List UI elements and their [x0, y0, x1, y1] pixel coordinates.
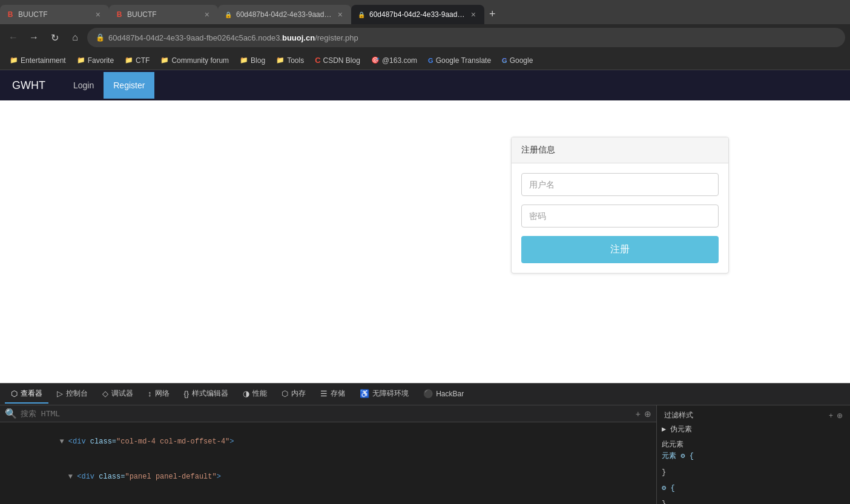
html-line-3: <div class="panel-heading">注册信息</div> — [5, 494, 651, 504]
bookmarks-bar: 📁 Entertainment 📁 Favorite 📁 CTF 📁 Commu… — [0, 51, 850, 70]
filter-header: 过滤样式 + ⊕ — [662, 408, 845, 423]
search-tools: + ⊕ — [636, 409, 651, 419]
storage-label: 存储 — [331, 388, 345, 399]
style-sub-close: } — [662, 497, 845, 504]
filter-title: 过滤样式 — [664, 410, 693, 421]
bookmark-blog[interactable]: 📁 Blog — [235, 55, 270, 66]
tab-3-close[interactable]: × — [335, 8, 345, 21]
tab-1[interactable]: B BUUCTF × — [0, 5, 109, 24]
forward-button[interactable]: → — [25, 29, 42, 46]
panel-body: 注册 — [512, 163, 728, 273]
devtools-inspect-btn[interactable]: ⬡ 查看器 — [5, 385, 48, 404]
bookmark-label: Favorite — [88, 56, 114, 65]
pseudo-toggle[interactable]: ▶ 伪元素 — [662, 425, 692, 433]
memory-icon: ⬡ — [282, 389, 288, 398]
reload-button[interactable]: ↻ — [46, 29, 63, 46]
filter-icon-1[interactable]: + — [829, 411, 833, 420]
access-icon: ♿ — [360, 389, 369, 398]
bookmark-google-icon: G — [502, 57, 507, 64]
devtools-hackbar-tab[interactable]: ⚫ HackBar — [417, 385, 470, 403]
style-sub-brace: } — [662, 500, 666, 504]
console-label: 控制台 — [66, 388, 88, 399]
add-node-btn[interactable]: + — [636, 409, 641, 419]
username-input[interactable] — [521, 173, 719, 196]
filter-icons: + ⊕ — [829, 411, 843, 420]
debugger-label: 调试器 — [111, 388, 133, 399]
bookmark-folder-icon: 📁 — [77, 56, 85, 64]
tab-1-title: BUUCTF — [18, 10, 90, 19]
bookmark-folder-icon: 📁 — [125, 56, 133, 64]
html-tree: ▼ <div class="col-md-4 col-md-offset-4">… — [0, 422, 656, 504]
devtools-style-editor-tab[interactable]: {} 样式编辑器 — [178, 385, 235, 404]
devtools-debugger-tab[interactable]: ◇ 调试器 — [96, 385, 139, 404]
address-pre: 60d487b4-04d2-4e33-9aad-fbe0264c5ac6.nod… — [108, 33, 282, 42]
nav-register-link[interactable]: Register — [104, 72, 154, 99]
tab-2[interactable]: B BUUCTF × — [109, 5, 218, 24]
style-element-label: 元素 ⚙ { — [662, 452, 694, 460]
tab-3-favicon: 🔒 — [224, 10, 232, 19]
browser-window: B BUUCTF × B BUUCTF × 🔒 60d487b4-04d2-4e… — [0, 0, 850, 504]
perf-icon: ◑ — [243, 389, 249, 398]
site-logo: GWHT — [12, 79, 45, 92]
bookmark-community[interactable]: 📁 Community forum — [156, 55, 234, 66]
bookmark-google-translate[interactable]: G Google Translate — [423, 55, 496, 66]
styles-panel: 过滤样式 + ⊕ ▶ 伪元素 此元素 元素 ⚙ { } — [656, 405, 850, 504]
new-tab-button[interactable]: + — [484, 8, 501, 21]
perf-label: 性能 — [252, 388, 267, 399]
bookmark-163[interactable]: 🎯 @163.com — [366, 55, 422, 66]
page-content: GWHT Login Register 注册信息 注册 — [0, 70, 850, 383]
bookmark-tools[interactable]: 📁 Tools — [271, 55, 309, 66]
bookmark-folder-icon: 📁 — [160, 56, 169, 64]
tab-2-close[interactable]: × — [202, 8, 212, 21]
html-panel: 🔍 + ⊕ ▼ <div class="col-md-4 col-md-offs… — [0, 405, 656, 504]
devtools-console-tab[interactable]: ▷ 控制台 — [51, 385, 94, 404]
bookmark-label: Google Translate — [436, 56, 491, 65]
devtools-content: 🔍 + ⊕ ▼ <div class="col-md-4 col-md-offs… — [0, 405, 850, 504]
tab-2-title: BUUCTF — [127, 10, 199, 19]
bookmark-ctf[interactable]: 📁 CTF — [120, 55, 154, 66]
storage-icon: ☰ — [320, 389, 328, 398]
home-button[interactable]: ⌂ — [67, 29, 84, 46]
bookmark-csdn-icon: C — [315, 56, 320, 65]
bookmark-google[interactable]: G Google — [497, 55, 538, 66]
devtools-panel: ⬡ 查看器 ▷ 控制台 ◇ 调试器 ↕ 网络 {} 样式编辑器 ◑ 性 — [0, 383, 850, 504]
bookmark-label: Blog — [251, 56, 265, 65]
tab-4[interactable]: 🔒 60d487b4-04d2-4e33-9aad-fbe... × — [351, 5, 484, 24]
tab-1-favicon: B — [6, 10, 15, 19]
element-section: 此元素 — [662, 438, 845, 450]
console-icon: ▷ — [57, 389, 63, 398]
debugger-icon: ◇ — [102, 389, 108, 398]
bookmark-csdn[interactable]: C CSDN Blog — [310, 54, 365, 66]
tab-2-favicon: B — [115, 10, 124, 19]
bookmark-label: CTF — [136, 56, 150, 65]
html-search-bar: 🔍 + ⊕ — [0, 405, 656, 422]
style-editor-label: 样式编辑器 — [192, 388, 228, 399]
devtools-tab-bar: ⬡ 查看器 ▷ 控制台 ◇ 调试器 ↕ 网络 {} 样式编辑器 ◑ 性 — [0, 384, 850, 405]
hackbar-label: HackBar — [436, 390, 464, 398]
devtools-access-tab[interactable]: ♿ 无障碍环境 — [354, 385, 415, 404]
panel-heading: 注册信息 — [512, 137, 728, 163]
filter-icon-2[interactable]: ⊕ — [837, 411, 843, 420]
style-element-block: 元素 ⚙ { — [662, 450, 845, 461]
tab-3-title: 60d487b4-04d2-4e33-9aad-fbe... — [236, 10, 332, 19]
tab-1-close[interactable]: × — [93, 8, 103, 21]
bookmark-favorite[interactable]: 📁 Favorite — [72, 55, 119, 66]
access-label: 无障碍环境 — [372, 388, 409, 399]
address-bar[interactable]: 🔒 60d487b4-04d2-4e33-9aad-fbe0264c5ac6.n… — [87, 28, 845, 47]
tab-4-close[interactable]: × — [469, 8, 478, 21]
bookmark-label: CSDN Blog — [323, 56, 360, 65]
devtools-perf-tab[interactable]: ◑ 性能 — [237, 385, 273, 404]
bookmark-entertainment[interactable]: 📁 Entertainment — [5, 55, 71, 66]
html-search-input[interactable] — [21, 409, 632, 418]
bookmark-translate-icon: G — [428, 57, 433, 64]
devtools-storage-tab[interactable]: ☰ 存储 — [314, 385, 351, 404]
register-button[interactable]: 注册 — [521, 236, 719, 263]
nav-login-link[interactable]: Login — [64, 72, 104, 99]
tab-3[interactable]: 🔒 60d487b4-04d2-4e33-9aad-fbe... × — [218, 5, 351, 24]
pick-element-btn[interactable]: ⊕ — [644, 409, 651, 419]
site-header: GWHT Login Register — [0, 70, 850, 100]
password-input[interactable] — [521, 205, 719, 227]
devtools-memory-tab[interactable]: ⬡ 内存 — [275, 385, 312, 404]
back-button[interactable]: ← — [5, 29, 22, 46]
devtools-network-tab[interactable]: ↕ 网络 — [142, 385, 176, 404]
